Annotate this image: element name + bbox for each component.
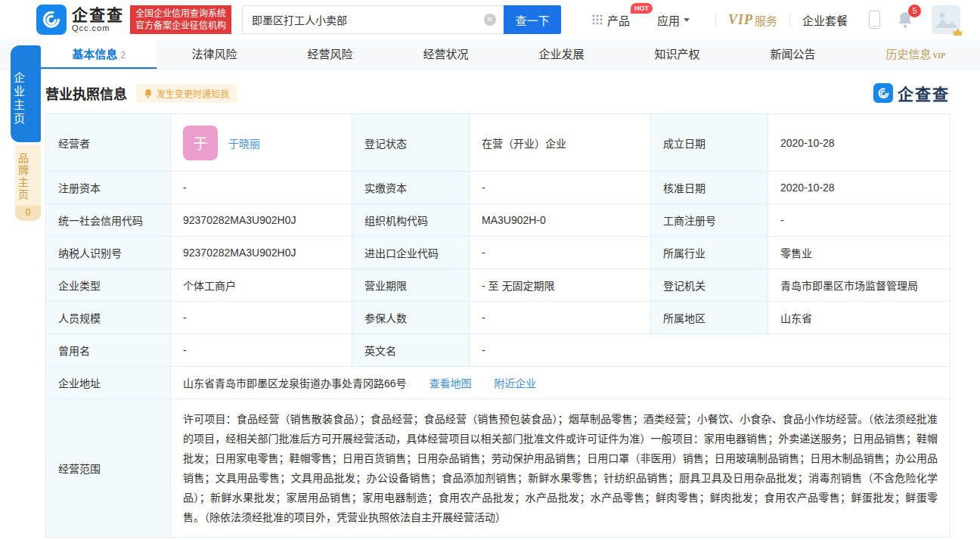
taxpayer-value: 92370282MA3U902H0J: [171, 237, 352, 269]
bell-icon: [144, 88, 153, 98]
established-label: 成立日期: [651, 114, 768, 172]
approval-date-value: 2020-10-28: [768, 172, 951, 204]
established-value: 2020-10-28: [768, 114, 951, 172]
top-header: 企查查 Qcc.com 全国企业信用查询系统 官方备案企业征信机构 ✕ 查一下 …: [0, 0, 980, 39]
qcc-watermark-text: 企查查: [898, 82, 950, 104]
status-value: 在营（开业）企业: [470, 114, 651, 172]
tab-basic-info[interactable]: 基本信息2: [41, 39, 157, 69]
company-tabbar: 基本信息2 法律风险 经营风险 经营状况 企业发展 知识产权 新闻公告 历史信息…: [0, 39, 980, 70]
business-license-table: 经营者 于 于晓丽 登记状态 在营（开业）企业 成立日期 2020-10-28 …: [45, 113, 951, 538]
insured-value: -: [470, 302, 651, 334]
hot-badge: HOT: [631, 3, 653, 14]
notification-count-badge: 5: [908, 5, 921, 17]
notifications[interactable]: 5: [897, 11, 913, 29]
approval-date-label: 核准日期: [651, 172, 768, 204]
search-clear-icon[interactable]: ✕: [484, 14, 496, 26]
operator-name-link[interactable]: 于晓丽: [228, 135, 260, 151]
table-row: 经营范围 许可项目：食品经营（销售散装食品）；食品经营；食品经营（销售预包装食品…: [46, 399, 951, 538]
registry-value: 青岛市即墨区市场监督管理局: [768, 269, 951, 302]
reg-capital-value: -: [171, 172, 352, 204]
nav-app[interactable]: 应用: [657, 12, 690, 28]
table-row: 经营者 于 于晓丽 登记状态 在营（开业）企业 成立日期 2020-10-28: [46, 114, 951, 172]
operator-avatar: 于: [183, 126, 218, 160]
vip-tag: VIP: [933, 41, 946, 70]
user-avatar[interactable]: [932, 5, 960, 34]
tab-legal-risk[interactable]: 法律风险: [157, 39, 272, 69]
taxpayer-label: 纳税人识别号: [46, 237, 171, 269]
table-row: 注册资本 - 实缴资本 - 核准日期 2020-10-28: [46, 172, 951, 204]
tab-operation-risk[interactable]: 经营风险: [272, 39, 388, 69]
region-label: 所属地区: [651, 302, 768, 334]
search-button[interactable]: 查一下: [504, 5, 561, 34]
registry-label: 登记机关: [651, 269, 768, 302]
address-value: 山东省青岛市即墨区龙泉街道办事处青冈路66号: [183, 377, 407, 389]
company-type-label: 企业类型: [46, 269, 171, 302]
paid-capital-value: -: [470, 172, 651, 204]
reg-capital-label: 注册资本: [46, 172, 171, 204]
reg-no-label: 工商注册号: [651, 204, 768, 237]
tab-history-info[interactable]: 历史信息VIP: [851, 39, 966, 69]
insured-label: 参保人数: [352, 302, 470, 334]
industry-value: 零售业: [768, 237, 951, 269]
header-nav: 产品 HOT 应用 VIP 服务 企业套餐 5: [592, 5, 960, 34]
staff-size-value: -: [171, 302, 352, 334]
tab-count: 2: [120, 50, 126, 61]
gov-certification-badge: 全国企业信用查询系统 官方备案企业征信机构: [130, 5, 231, 34]
nearby-companies-link[interactable]: 附近企业: [494, 377, 536, 389]
business-scope-value: 许可项目：食品经营（销售散装食品）；食品经营；食品经营（销售预包装食品）；烟草制…: [171, 399, 951, 538]
side-tab-brand-home[interactable]: 品牌主页 0: [15, 145, 41, 221]
business-term-label: 营业期限: [352, 269, 470, 302]
view-map-link[interactable]: 查看地图: [429, 377, 471, 389]
import-export-label: 进出口企业代码: [352, 237, 470, 269]
org-code-value: MA3U902H-0: [470, 204, 651, 237]
paid-capital-label: 实缴资本: [352, 172, 470, 204]
grid-icon: [592, 14, 603, 25]
license-section-header: 营业执照信息 发生变更时通知我 企查查: [45, 82, 950, 104]
table-row: 企业类型 个体工商户 营业期限 - 至 无固定期限 登记机关 青岛市即墨区市场监…: [46, 269, 951, 302]
nav-vip-service[interactable]: VIP 服务: [728, 12, 777, 28]
address-label: 企业地址: [46, 367, 171, 399]
credit-code-label: 统一社会信用代码: [46, 204, 171, 237]
nav-product-label: 产品: [607, 12, 630, 28]
tab-operation-status[interactable]: 经营状况: [388, 39, 504, 69]
business-term-value: - 至 无固定期限: [470, 269, 651, 302]
table-row: 企业地址 山东省青岛市即墨区龙泉街道办事处青冈路66号 查看地图 附近企业: [46, 367, 951, 399]
nav-app-label: 应用: [657, 12, 680, 28]
org-code-label: 组织机构代码: [352, 204, 470, 237]
status-label: 登记状态: [352, 114, 470, 172]
reg-no-value: -: [768, 204, 951, 237]
divider: [789, 14, 790, 26]
search-input[interactable]: [242, 5, 504, 34]
search-bar: ✕ 查一下: [242, 5, 561, 34]
region-value: 山东省: [768, 302, 951, 334]
table-row: 纳税人识别号 92370282MA3U902H0J 进出口企业代码 - 所属行业…: [46, 237, 951, 269]
side-tab-company-home[interactable]: 企业主页: [11, 45, 41, 142]
chevron-down-icon: [684, 18, 690, 22]
qcc-logo[interactable]: 企查查 Qcc.com: [36, 5, 124, 35]
vip-service-label: 服务: [755, 12, 777, 28]
import-export-value: -: [470, 237, 651, 269]
operator-label: 经营者: [46, 114, 171, 172]
former-name-value: -: [171, 334, 352, 367]
crown-icon: [953, 28, 963, 36]
english-name-value: -: [470, 334, 951, 367]
qcc-logo-icon: [36, 5, 67, 35]
business-scope-label: 经营范围: [46, 399, 171, 538]
tab-company-development[interactable]: 企业发展: [504, 39, 619, 69]
logo-domain: Qcc.com: [72, 23, 124, 33]
tab-news[interactable]: 新闻公告: [735, 39, 851, 69]
mobile-app-icon[interactable]: [869, 11, 880, 29]
company-type-value: 个体工商户: [171, 269, 352, 302]
english-name-label: 英文名: [352, 334, 470, 367]
tab-intellectual-property[interactable]: 知识产权: [619, 39, 735, 69]
industry-label: 所属行业: [651, 237, 768, 269]
nav-enterprise-package[interactable]: 企业套餐: [802, 12, 848, 28]
brand-count-badge: 0: [15, 206, 41, 221]
qcc-watermark: 企查查: [873, 82, 950, 104]
former-name-label: 曾用名: [46, 334, 171, 367]
table-row: 人员规模 - 参保人数 - 所属地区 山东省: [46, 302, 951, 334]
notify-on-change-button[interactable]: 发生变更时通知我: [136, 84, 237, 103]
section-title: 营业执照信息: [45, 83, 127, 103]
nav-product[interactable]: 产品 HOT: [592, 12, 630, 28]
logo-name: 企查查: [72, 7, 124, 23]
